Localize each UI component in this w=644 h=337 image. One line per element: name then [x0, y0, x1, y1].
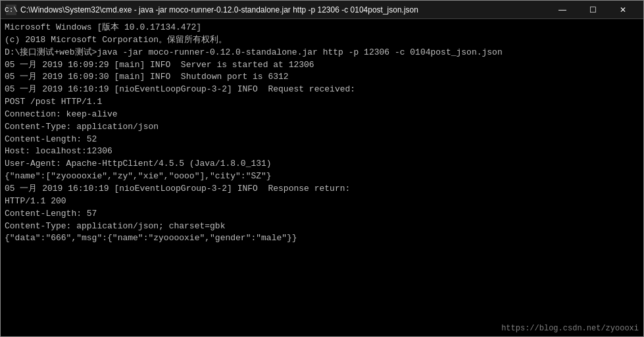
- terminal-line: Host: localhost:12306: [5, 145, 639, 158]
- terminal-line: 05 一月 2019 16:09:29 [main] INFO Server i…: [5, 59, 639, 72]
- terminal-content: Microsoft Windows [版本 10.0.17134.472](c)…: [1, 19, 643, 336]
- terminal-line: 05 一月 2019 16:10:19 [nioEventLoopGroup-3…: [5, 84, 639, 96]
- cmd-window: C:\ C:\Windows\System32\cmd.exe - java -…: [0, 0, 644, 337]
- terminal-line: D:\接口测试+web测试>java -jar moco-runner-0.12…: [5, 47, 639, 59]
- terminal-line: Content-Length: 52: [5, 134, 639, 146]
- terminal-line: Content-Length: 57: [5, 208, 639, 220]
- terminal-line: Microsoft Windows [版本 10.0.17134.472]: [5, 22, 639, 34]
- maximize-button[interactable]: ☐: [578, 1, 608, 19]
- title-bar: C:\ C:\Windows\System32\cmd.exe - java -…: [1, 1, 643, 19]
- terminal-line: Content-Type: application/json: [5, 121, 639, 134]
- terminal-line: HTTP/1.1 200: [5, 195, 639, 208]
- terminal-line: (c) 2018 Microsoft Corporation。保留所有权利。: [5, 34, 639, 47]
- terminal-line: 05 一月 2019 16:09:30 [main] INFO Shutdown…: [5, 71, 639, 84]
- minimize-button[interactable]: —: [547, 1, 578, 19]
- terminal-line: 05 一月 2019 16:10:19 [nioEventLoopGroup-3…: [5, 183, 639, 195]
- cmd-icon: C:\: [6, 5, 16, 15]
- window-controls: — ☐ ✕: [547, 1, 638, 19]
- terminal-line: {"name":["zyooooxie","zy","xie","oooo"],…: [5, 170, 639, 183]
- terminal-line: Content-Type: application/json; charset=…: [5, 220, 639, 233]
- terminal-line: {"data":"666","msg":{"name":"zyooooxie",…: [5, 232, 639, 245]
- title-bar-text: C:\Windows\System32\cmd.exe - java -jar …: [20, 5, 547, 14]
- watermark: https://blog.csdn.net/zyoooxi: [501, 324, 639, 333]
- terminal-line: Connection: keep-alive: [5, 109, 639, 121]
- terminal-line: User-Agent: Apache-HttpClient/4.5.5 (Jav…: [5, 158, 639, 170]
- close-button[interactable]: ✕: [608, 1, 638, 19]
- terminal-line: POST /post HTTP/1.1: [5, 96, 639, 109]
